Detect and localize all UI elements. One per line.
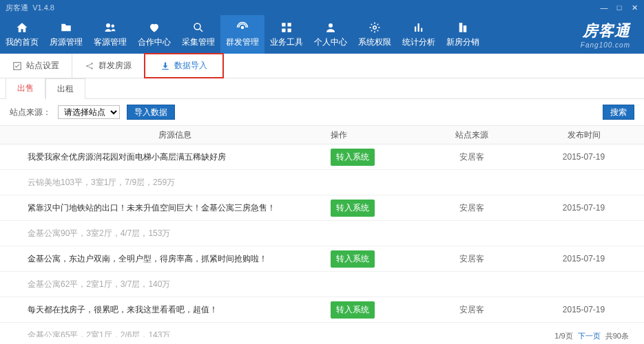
row-title: 每天都在找房子，很累吧，来我这里看看吧，超值！: [0, 304, 331, 316]
nav-items: 我的首页 房源管理 客源管理 合作中心 采集管理 群发管理 业务工具 个人中心: [0, 15, 485, 54]
svg-point-2: [194, 23, 200, 30]
svg-rect-13: [459, 23, 463, 32]
tool-site-setting[interactable]: 站点设置: [0, 54, 72, 78]
broadcast-icon: [235, 21, 250, 34]
table-row-meta: 金基公寓90平，3室2厅，4/7层，153万: [0, 221, 644, 246]
row-title: 我爱我家全优房源润花园对面电梯小高层满五稀缺好房: [0, 151, 331, 163]
users-icon: [103, 21, 118, 34]
nav-tools[interactable]: 业务工具: [264, 15, 309, 54]
source-select[interactable]: 请选择站点: [58, 105, 120, 119]
filter-bar: 站点来源： 请选择站点 导入数据 搜索: [0, 99, 644, 125]
sale-rent-tabs: 出售 出租: [0, 78, 644, 99]
transfer-button[interactable]: 转入系统: [331, 149, 375, 166]
svg-rect-6: [282, 29, 285, 32]
svg-point-17: [91, 63, 92, 64]
nav-collect[interactable]: 采集管理: [176, 15, 220, 54]
chart-icon: [411, 21, 426, 34]
filter-label: 站点来源：: [10, 107, 51, 118]
svg-rect-7: [288, 29, 291, 32]
svg-rect-5: [288, 23, 291, 26]
row-time: 2015-07-19: [523, 203, 644, 213]
maximize-icon[interactable]: □: [615, 3, 623, 12]
nav-home[interactable]: 我的首页: [0, 15, 44, 54]
svg-rect-10: [415, 27, 416, 32]
tool-data-import[interactable]: 数据导入: [144, 53, 224, 78]
svg-rect-14: [464, 25, 467, 32]
nav-label: 合作中心: [138, 36, 171, 48]
pager-pos: 1/9页: [554, 332, 572, 340]
handshake-icon: [147, 21, 162, 34]
row-time: 2015-07-19: [523, 254, 644, 264]
row-op: 转入系统: [331, 301, 420, 319]
tab-rent[interactable]: 出租: [45, 78, 85, 99]
nav-coop[interactable]: 合作中心: [132, 15, 176, 54]
close-icon[interactable]: ✕: [630, 3, 638, 12]
row-title: 紧靠汉中门地铁站的出口！未来升值空间巨大！金基公寓三房急售！: [0, 202, 331, 214]
row-time: 2015-07-19: [523, 305, 644, 314]
col-time: 发布时间: [523, 129, 644, 141]
nav-label: 我的首页: [6, 36, 39, 48]
pager-next[interactable]: 下一页: [578, 332, 601, 340]
brand: 房客通 Fang100.com: [581, 15, 637, 54]
row-source: 安居客: [420, 151, 523, 163]
svg-rect-19: [162, 69, 168, 69]
nav-auth[interactable]: 系统权限: [353, 15, 397, 54]
transfer-button[interactable]: 转入系统: [331, 301, 375, 319]
row-meta-text: 金基公寓62平，2室1厅，3/7层，140万: [0, 279, 331, 290]
nav-label: 系统权限: [358, 36, 391, 48]
row-op: 转入系统: [331, 149, 420, 166]
nav-broadcast[interactable]: 群发管理: [220, 15, 264, 54]
nav-label: 新房分销: [446, 36, 479, 48]
table-header: 房源信息 操作 站点来源 发布时间: [0, 125, 644, 144]
svg-rect-12: [421, 28, 422, 32]
share-icon: [85, 61, 94, 71]
row-time: 2015-07-19: [523, 152, 644, 162]
row-title: 金基公寓，东边户双南，全明户型，得房率高，抓紧时间抢购啦！: [0, 253, 331, 265]
row-op: 转入系统: [331, 250, 420, 268]
row-op: 转入系统: [331, 200, 420, 217]
nav-newhouse[interactable]: 新房分销: [441, 15, 485, 54]
nav-stats[interactable]: 统计分析: [397, 15, 441, 54]
pager: 1/9页 下一页 共90条: [554, 331, 629, 341]
table-row: 金基公寓，东边户双南，全明户型，得房率高，抓紧时间抢购啦！转入系统安居客2015…: [0, 246, 644, 272]
svg-point-1: [112, 25, 115, 28]
tab-sale[interactable]: 出售: [6, 78, 45, 99]
svg-rect-11: [418, 23, 419, 32]
folder-icon: [59, 21, 74, 34]
tool-mass-send[interactable]: 群发房源: [72, 54, 145, 78]
col-op: 操作: [331, 129, 420, 141]
brand-name: 房客通: [583, 21, 630, 41]
nav-label: 房源管理: [50, 36, 83, 48]
nav-label: 个人中心: [314, 36, 347, 48]
nav-label: 业务工具: [270, 36, 303, 48]
nav-profile[interactable]: 个人中心: [309, 15, 353, 54]
main-nav: 我的首页 房源管理 客源管理 合作中心 采集管理 群发管理 业务工具 个人中心: [0, 15, 644, 54]
transfer-button[interactable]: 转入系统: [331, 200, 375, 217]
nav-label: 统计分析: [402, 36, 435, 48]
svg-rect-4: [282, 23, 285, 26]
minimize-icon[interactable]: —: [600, 3, 608, 12]
search-button[interactable]: 搜索: [603, 105, 634, 120]
window-controls: — □ ✕: [600, 3, 638, 12]
tool-label: 群发房源: [98, 60, 132, 72]
title-bar: 房客通 V1.4.8 — □ ✕: [0, 0, 644, 15]
svg-point-16: [86, 65, 87, 66]
table-row-meta: 金基公寓62平，2室1厅，3/7层，140万: [0, 272, 644, 297]
nav-customers[interactable]: 客源管理: [88, 15, 132, 54]
nav-listings[interactable]: 房源管理: [44, 15, 88, 54]
row-meta-text: 金基公寓65平，2室1厅，2/6层，143万: [0, 330, 331, 338]
svg-point-18: [91, 67, 92, 69]
pager-total: 共90条: [605, 332, 629, 340]
col-info: 房源信息: [0, 129, 331, 141]
tool-label: 数据导入: [174, 60, 207, 72]
row-source: 安居客: [420, 202, 523, 214]
row-source: 安居客: [420, 304, 523, 316]
check-icon: [12, 61, 22, 71]
transfer-button[interactable]: 转入系统: [331, 250, 375, 268]
svg-point-0: [106, 23, 110, 28]
import-button[interactable]: 导入数据: [127, 105, 175, 120]
table-body[interactable]: 我爱我家全优房源润花园对面电梯小高层满五稀缺好房转入系统安居客2015-07-1…: [0, 144, 644, 337]
subnav-toolbar: 站点设置 群发房源 数据导入: [0, 54, 644, 78]
row-meta-text: 云锦美地103平，3室1厅，7/9层，259万: [0, 177, 331, 189]
table-row-meta: 金基公寓65平，2室1厅，2/6层，143万: [0, 323, 644, 337]
